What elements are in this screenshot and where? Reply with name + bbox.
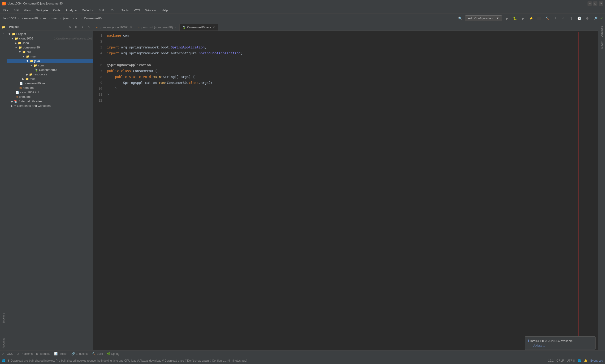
breadcrumb-consumer80[interactable]: consumer80	[21, 16, 38, 20]
tab-xml-icon: m	[138, 26, 140, 29]
code-line-4: import org.springframework.boot.autoconf…	[107, 50, 598, 56]
profiler-tab[interactable]: 📊 Profiler	[54, 352, 68, 355]
terminal-tab[interactable]: ▶ Terminal	[36, 352, 50, 355]
folder-icon: 📁	[12, 32, 15, 36]
tree-project-root[interactable]: ▼ 📁 Project	[7, 32, 93, 36]
close-button[interactable]: ✕	[599, 1, 603, 6]
folder-icon: 📁	[26, 55, 29, 58]
git-update-button[interactable]: ⬇	[552, 15, 558, 22]
menu-code[interactable]: Code	[51, 8, 63, 13]
git-commit-button[interactable]: ✓	[560, 15, 566, 22]
endpoints-tab[interactable]: 🔗 Endpoints	[71, 352, 88, 355]
menu-file[interactable]: File	[1, 8, 11, 13]
tree-java[interactable]: ▼ 📁 java	[7, 59, 93, 63]
code-content[interactable]: package com; import org.springframework.…	[105, 31, 598, 350]
menu-tools[interactable]: Tools	[119, 8, 131, 13]
menu-edit[interactable]: Edit	[11, 8, 21, 13]
spring-tab[interactable]: 🌿 Spring	[107, 352, 120, 355]
xml-icon: m	[19, 86, 22, 90]
breadcrumb-cloud1009[interactable]: cloud1009	[2, 16, 16, 20]
expand-icon: ▶	[15, 41, 17, 45]
menu-vcs[interactable]: VCS	[131, 8, 142, 13]
breadcrumb-main[interactable]: main	[51, 16, 58, 20]
menu-run[interactable]: Run	[108, 8, 119, 13]
minimize-button[interactable]: ─	[588, 1, 592, 6]
tab-pom-cloud1009-label: pom.xml (cloud1009)	[100, 26, 128, 29]
status-right: 12:1 CRLF UTF-8 🌐 🔔 Event Log	[548, 359, 603, 362]
tab-pom-cloud1009-close[interactable]: ✕	[130, 26, 132, 29]
tree-consumer80-iml[interactable]: 📄 consumer80.iml	[7, 81, 93, 86]
menu-build[interactable]: Build	[96, 8, 108, 13]
tree-src[interactable]: ▼ 📁 src	[7, 50, 93, 54]
todo-tab[interactable]: ✓ TODO	[2, 352, 13, 355]
settings-button[interactable]: ⚙	[584, 15, 591, 22]
tree-test[interactable]: ▶ 📁 test	[7, 77, 93, 81]
commit-panel-toggle[interactable]: ✓	[0, 31, 7, 37]
profile-button[interactable]: ⚡	[528, 15, 534, 22]
line-num-12: 12	[93, 98, 102, 104]
git-push-button[interactable]: ⬆	[568, 15, 575, 22]
tree-consumer80[interactable]: ▼ 📁 consumer80	[7, 45, 93, 50]
project-panel-toggle[interactable]: 📁	[0, 24, 7, 30]
breadcrumb-java[interactable]: java	[63, 16, 68, 20]
add-configuration-button[interactable]: Add Configuration... ▼	[465, 15, 502, 21]
search-everywhere-button[interactable]: 🔍	[457, 15, 463, 22]
breadcrumb-src[interactable]: src	[42, 16, 47, 20]
project-panel-config[interactable]: ≡	[80, 24, 85, 29]
database-panel-toggle[interactable]: Database	[599, 24, 604, 39]
tab-consumer80-close[interactable]: ✕	[213, 26, 215, 29]
terminal-label: Terminal	[39, 352, 50, 355]
tree-external-libraries[interactable]: ▶ 📚 External Libraries	[7, 99, 93, 104]
menu-help[interactable]: Help	[159, 8, 170, 13]
code-line-8: public static void main(String[] args) {	[107, 74, 598, 80]
menu-navigate[interactable]: Navigate	[33, 8, 50, 13]
project-panel-close[interactable]: ✕	[86, 24, 91, 29]
tree-resources[interactable]: ▶ 📁 resources	[7, 72, 93, 77]
menu-view[interactable]: View	[22, 8, 33, 13]
menu-refactor[interactable]: Refactor	[79, 8, 96, 13]
tree-com[interactable]: ▼ 📁 com	[7, 63, 93, 68]
tree-scratches[interactable]: ▶ ✏ Scratches and Consoles	[7, 104, 93, 108]
debug-button[interactable]: 🐛	[512, 15, 518, 22]
folder-icon: 📁	[34, 64, 37, 67]
code-editor: 1 2 3 ⊟ 4 ⊟ 5 6 🌿	[93, 31, 598, 350]
tab-pom-consumer80[interactable]: m pom.xml (consumer80) ✕	[135, 24, 180, 30]
line-separator: CRLF	[556, 359, 564, 362]
problems-tab[interactable]: ⚠ Problems	[17, 352, 33, 355]
tab-pom-consumer80-close[interactable]: ✕	[174, 26, 177, 29]
stop-button[interactable]: ⬛	[536, 15, 542, 22]
tree-cloud1009-iml[interactable]: 📄 cloud1009.iml	[7, 90, 93, 94]
tree-main[interactable]: ▼ 📁 main	[7, 54, 93, 59]
tab-pom-cloud1009[interactable]: m pom.xml (cloud1009) ✕	[93, 24, 135, 30]
menu-window[interactable]: Window	[143, 8, 159, 13]
notification-update-link[interactable]: Update...	[532, 344, 545, 347]
tree-pom-cloud1009[interactable]: m pom.xml	[7, 94, 93, 99]
tree-consumer80-class[interactable]: 🍃 Consumer80	[7, 68, 93, 72]
editor-content[interactable]: 1 2 3 ⊟ 4 ⊟ 5 6 🌿	[93, 31, 598, 350]
breadcrumb-consumer80-class[interactable]: Consumer80	[84, 16, 102, 20]
line-num-7: 7 🌿 ▶	[93, 68, 102, 74]
tab-consumer80-java[interactable]: 🍃 Consumer80.java ✕	[180, 24, 218, 30]
tree-pom-consumer80[interactable]: m pom.xml	[7, 86, 93, 90]
breadcrumb-com[interactable]: com	[74, 16, 79, 20]
tree-cloud1009[interactable]: ▼ 📁 cloud1009 D:/JavaEnterpriseWeb/cloud…	[7, 36, 93, 41]
git-history-button[interactable]: 🕐	[576, 15, 582, 22]
build-tab[interactable]: 🔨 Build	[92, 352, 103, 355]
project-panel-settings[interactable]: ⚙	[68, 24, 73, 29]
right-panel: Database Maven	[598, 23, 605, 350]
tab-bar: m pom.xml (cloud1009) ✕ m pom.xml (consu…	[93, 23, 598, 31]
run-button[interactable]: ▶	[504, 15, 510, 22]
maximize-button[interactable]: □	[593, 1, 597, 6]
maven-panel-toggle[interactable]: Maven	[599, 39, 604, 51]
favorites-panel-toggle[interactable]: Favorites	[1, 336, 6, 350]
iml-icon: 📄	[19, 82, 23, 85]
menu-analyze[interactable]: Analyze	[63, 8, 79, 13]
find-action-button[interactable]: 🔎	[592, 15, 599, 22]
project-panel-layout[interactable]: ⊞	[74, 24, 79, 29]
event-log[interactable]: Event Log	[590, 359, 603, 362]
build-project-button[interactable]: 🔨	[544, 15, 550, 22]
problems-icon: ⚠	[17, 352, 20, 355]
run-with-coverage-button[interactable]: ▶	[520, 15, 526, 22]
structure-panel-toggle[interactable]: Structure	[1, 311, 6, 325]
tree-idea[interactable]: ▶ 📁 .idea	[7, 41, 93, 45]
